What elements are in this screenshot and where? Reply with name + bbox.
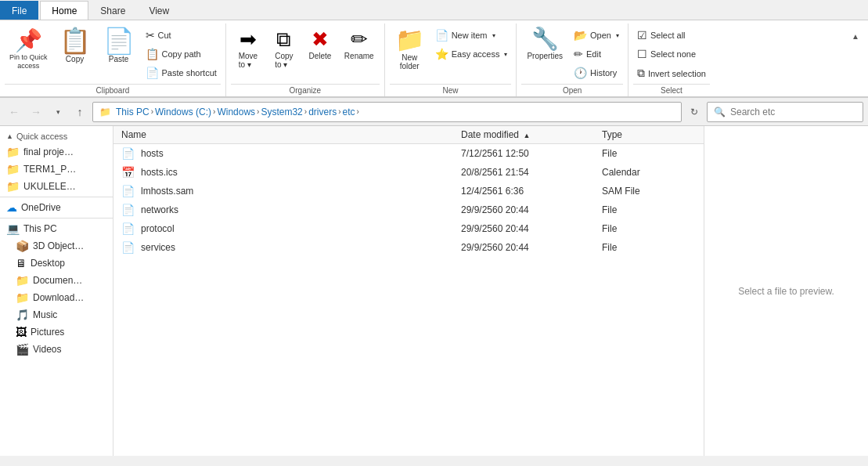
delete-button[interactable]: ✖ Delete [303,25,337,63]
breadcrumb-system32[interactable]: System32 [259,107,304,117]
move-icon: ➡ [240,27,257,52]
sidebar-item-music[interactable]: 🎵 Music [0,306,113,323]
clipboard-small-buttons: ✂ Cut 📋 Copy path 📄 Paste shortcut [142,25,221,81]
tab-home[interactable]: Home [40,1,88,20]
sidebar-item-desktop[interactable]: 🖥 Desktop [0,255,113,272]
file-name-hosts-ics: hosts.ics [141,167,461,178]
organize-label: Organize [231,84,380,96]
easy-access-label: Easy access [452,49,500,59]
sidebar-item-pictures[interactable]: 🖼 Pictures [0,323,113,341]
pictures-icon: 🖼 [16,326,27,338]
file-type-lmhosts: SAM File [602,186,696,197]
forward-button[interactable]: → [27,103,45,121]
easy-access-button[interactable]: ⭐ Easy access ▾ [431,45,512,63]
sidebar-item-documents[interactable]: 📁 Documen… [0,272,113,289]
file-icon-services: 📄 [121,241,135,254]
sidebar-label-3d: 3D Object… [33,240,84,251]
copy-to-button[interactable]: ⧉ Copyto ▾ [267,25,301,71]
tab-share[interactable]: Share [88,1,137,20]
col-type-header[interactable]: Type [602,129,696,140]
desktop-icon: 🖥 [16,257,27,269]
copy-label: Copy [66,55,84,63]
sidebar-item-this-pc[interactable]: 💻 This PC [0,220,113,237]
file-pane: Name Date modified ▲ Type 📄 hosts 7/12/2… [113,126,704,456]
breadcrumb-windows[interactable]: Windows [215,107,257,117]
cut-button[interactable]: ✂ Cut [142,27,221,44]
paste-shortcut-button[interactable]: 📄 Paste shortcut [142,64,221,81]
breadcrumb-etc[interactable]: etc [340,107,356,117]
copy-button[interactable]: 📋 Copy [54,25,96,67]
sidebar-item-3d-objects[interactable]: 📦 3D Object… [0,237,113,255]
address-input[interactable]: 📁 This PC › Windows (C:) › Windows › Sys… [92,102,682,122]
music-icon: 🎵 [16,309,29,321]
select-all-icon: ☑ [637,29,647,42]
new-label: New [390,84,512,96]
quick-access-section[interactable]: ▲ Quick access [0,129,113,143]
file-date-networks: 29/9/2560 20:44 [461,204,602,215]
open-button[interactable]: 📂 Open ▾ [570,27,623,44]
file-type-protocol: File [602,223,696,234]
col-date-header[interactable]: Date modified ▲ [461,129,602,140]
edit-button[interactable]: ✏ Edit [570,45,623,63]
up-button[interactable]: ↑ [70,103,89,121]
new-item-button[interactable]: 📄 New item ▾ [431,27,512,44]
this-pc-icon: 💻 [6,222,20,235]
col-name-header[interactable]: Name [121,129,461,140]
invert-icon: ⧉ [637,67,645,80]
file-name-networks: networks [141,204,461,215]
select-group: ☑ Select all ☐ Select none ⧉ Invert sele… [628,23,715,96]
history-button[interactable]: 🕐 History [570,64,623,81]
recent-locations-button[interactable]: ▾ [49,103,67,121]
file-row-lmhosts[interactable]: 📄 lmhosts.sam 12/4/2561 6:36 SAM File [113,182,704,200]
sidebar-label-ukulele: UKULELE… [23,181,76,192]
copy-icon: 📋 [59,28,91,53]
sidebar-item-onedrive[interactable]: ☁ OneDrive [0,199,113,216]
rename-button[interactable]: ✏ Rename [339,25,380,63]
paste-button[interactable]: 📄 Paste [98,25,140,67]
properties-button[interactable]: 🔧 Properties [521,25,568,63]
back-button[interactable]: ← [5,103,23,121]
invert-selection-button[interactable]: ⧉ Invert selection [633,64,710,82]
file-row-protocol[interactable]: 📄 protocol 29/9/2560 20:44 File [113,219,704,238]
breadcrumb-drivers[interactable]: drivers [307,107,338,117]
cut-icon: ✂ [146,29,155,42]
sidebar-label-music: Music [33,309,57,320]
select-all-button[interactable]: ☑ Select all [633,27,710,44]
move-to-button[interactable]: ➡ Moveto ▾ [231,25,265,71]
breadcrumb-windows-c[interactable]: Windows (C:) [153,107,213,117]
file-row-services[interactable]: 📄 services 29/9/2560 20:44 File [113,238,704,257]
pin-to-quick-access-button[interactable]: 📌 Pin to Quickaccess [5,25,52,73]
open-small-buttons: 📂 Open ▾ ✏ Edit 🕐 History [570,25,623,81]
breadcrumb-this-pc[interactable]: This PC [114,107,151,117]
copy-to-icon: ⧉ [276,27,291,52]
open-arrow: ▾ [616,32,619,39]
sidebar-item-videos[interactable]: 🎬 Videos [0,341,113,358]
select-none-icon: ☐ [637,48,647,60]
file-row-hosts-ics[interactable]: 📅 hosts.ics 20/8/2561 21:54 Calendar [113,163,704,182]
expand-ribbon-button[interactable]: ▲ [846,27,865,45]
tab-view[interactable]: View [137,1,181,20]
sidebar-item-term1[interactable]: 📁 TERM1_P… [0,161,113,178]
select-none-button[interactable]: ☐ Select none [633,45,710,63]
file-icon-networks: 📄 [121,204,135,216]
sidebar-item-downloads[interactable]: 📁 Download… [0,289,113,306]
sidebar-item-ukulele[interactable]: 📁 UKULELE… [0,178,113,195]
file-row-hosts[interactable]: 📄 hosts 7/12/2561 12:50 File [113,144,704,163]
folder-icon-ukulele: 📁 [6,180,20,193]
search-input[interactable] [730,107,856,117]
paste-shortcut-label: Paste shortcut [162,68,217,78]
copy-path-button[interactable]: 📋 Copy path [142,45,221,63]
file-type-hosts-ics: Calendar [602,167,696,178]
pin-label: Pin to Quickaccess [9,53,48,70]
address-bar: ← → ▾ ↑ 📁 This PC › Windows (C:) › Windo… [0,98,868,126]
tab-file[interactable]: File [0,1,38,20]
file-row-networks[interactable]: 📄 networks 29/9/2560 20:44 File [113,200,704,219]
documents-icon: 📁 [16,274,29,287]
search-box[interactable]: 🔍 [707,102,863,122]
sidebar-item-final-proje[interactable]: 📁 final proje… [0,143,113,161]
file-name-services: services [141,242,461,253]
history-icon: 🕐 [574,67,587,79]
refresh-button[interactable]: ↻ [685,103,704,121]
file-type-services: File [602,242,696,253]
new-folder-button[interactable]: 📁 Newfolder [390,25,430,74]
